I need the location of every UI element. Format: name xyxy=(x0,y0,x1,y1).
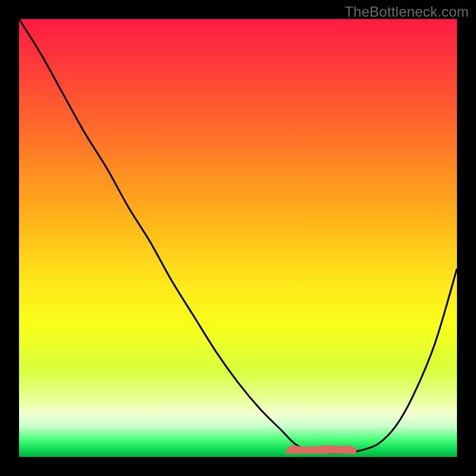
chart-container: TheBottleneck.com xyxy=(0,0,476,476)
gradient-plot-background xyxy=(19,19,457,457)
watermark-text: TheBottleneck.com xyxy=(345,4,469,20)
bottleneck-curve xyxy=(19,19,457,457)
